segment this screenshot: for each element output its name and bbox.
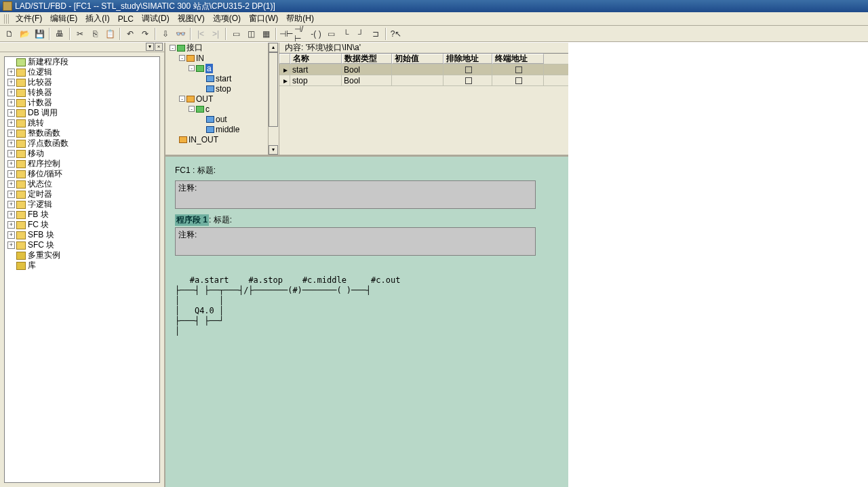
catalog-item[interactable]: +整数函数 [5, 128, 159, 138]
checkbox[interactable] [465, 77, 472, 84]
overview-button[interactable]: ▭ [229, 27, 243, 41]
col-name[interactable]: 名称 [290, 54, 342, 64]
expand-icon[interactable]: + [7, 221, 15, 229]
menu-file[interactable]: 文件(F) [12, 12, 46, 26]
branch-close-button[interactable]: ┘ [354, 27, 368, 41]
catalog-item[interactable]: +SFB 块 [5, 230, 159, 240]
checkbox[interactable] [465, 66, 472, 73]
expand-icon[interactable]: + [7, 180, 15, 188]
catalog-item[interactable]: +SFC 块 [5, 240, 159, 250]
expand-icon[interactable]: - [189, 65, 195, 71]
catalog-item[interactable]: +比较器 [5, 77, 159, 87]
cell-end[interactable] [492, 75, 544, 85]
expand-icon[interactable]: + [7, 170, 15, 178]
col-type[interactable]: 数据类型 [342, 54, 392, 64]
catalog-item[interactable]: +位逻辑 [5, 67, 159, 77]
cell-name[interactable]: start [290, 64, 342, 75]
expand-icon[interactable]: + [7, 140, 15, 147]
branch-open-button[interactable]: └ [339, 27, 353, 41]
undo-button[interactable]: ↶ [123, 27, 137, 41]
expand-icon[interactable]: + [7, 89, 15, 96]
contact-nc-button[interactable]: ⊣/⊢ [294, 27, 308, 41]
download-button[interactable]: ⇩ [159, 27, 172, 41]
scroll-thumb[interactable] [269, 52, 278, 127]
catalog-item[interactable]: +跳转 [5, 118, 159, 128]
expand-icon[interactable]: - [170, 45, 176, 51]
expand-icon[interactable]: + [7, 241, 15, 249]
interface-in-start[interactable]: start [216, 74, 231, 83]
cell-exclude[interactable] [443, 64, 492, 75]
catalog-item[interactable]: +转换器 [5, 87, 159, 98]
cell-end[interactable] [492, 64, 544, 75]
ladder-diagram[interactable]: #a.start #a.stop #c.middle #c.out ├───┤ … [175, 265, 559, 357]
expand-icon[interactable]: + [7, 130, 15, 137]
table-row[interactable]: ▸startBool [279, 64, 568, 75]
menu-window[interactable]: 窗口(W) [245, 12, 282, 26]
catalog-item[interactable]: +浮点数函数 [5, 138, 159, 149]
menu-debug[interactable]: 调试(D) [138, 12, 174, 26]
new-button[interactable]: 🗋 [3, 27, 16, 41]
interface-out-middle[interactable]: middle [216, 125, 239, 134]
redo-button[interactable]: ↷ [138, 27, 152, 41]
interface-out-out[interactable]: out [216, 115, 227, 124]
catalog-item[interactable]: +移动 [5, 149, 159, 159]
cell-name[interactable]: stop [290, 75, 342, 85]
nav-prev-button[interactable]: |< [194, 27, 208, 41]
menu-insert[interactable]: 插入(I) [81, 12, 113, 26]
expand-icon[interactable]: - [179, 55, 185, 61]
expand-icon[interactable]: + [7, 119, 15, 127]
col-end[interactable]: 终端地址 [492, 54, 544, 64]
segment-comment-box[interactable]: 注释: [175, 227, 536, 256]
print-button[interactable]: 🖶 [53, 27, 66, 41]
expand-icon[interactable]: + [7, 79, 15, 86]
catalog-item[interactable]: +计数器 [5, 98, 159, 108]
paste-button[interactable]: 📋 [103, 27, 117, 41]
box-button[interactable]: ▭ [324, 27, 338, 41]
interface-out[interactable]: OUT [196, 94, 213, 104]
catalog-item[interactable]: +DB 调用 [5, 108, 159, 118]
expand-icon[interactable]: + [7, 231, 15, 239]
catalog-item[interactable]: +FB 块 [5, 210, 159, 220]
catalog-dropdown-icon[interactable]: ▾ [146, 43, 154, 51]
menu-view[interactable]: 视图(V) [174, 12, 209, 26]
catalog-item[interactable]: +库 [5, 260, 159, 271]
cell-exclude[interactable] [443, 75, 492, 85]
scroll-up-icon[interactable]: ▴ [269, 43, 278, 52]
cut-button[interactable]: ✂ [73, 27, 87, 41]
checkbox[interactable] [515, 66, 522, 73]
expand-icon[interactable]: - [189, 106, 195, 112]
menu-plc[interactable]: PLC [114, 13, 138, 25]
catalog-item[interactable]: +字逻辑 [5, 199, 159, 210]
checkbox[interactable] [515, 77, 522, 84]
expand-icon[interactable]: + [7, 211, 15, 218]
segment-label[interactable]: 程序段 1 [175, 214, 209, 226]
cell-type[interactable]: Bool [342, 64, 392, 75]
expand-icon[interactable]: + [7, 150, 15, 157]
expand-icon[interactable]: + [7, 201, 15, 208]
copy-button[interactable]: ⎘ [88, 27, 102, 41]
variable-grid[interactable]: 名称 数据类型 初始值 排除地址 终端地址 ▸startBool▸stopBoo… [279, 54, 568, 155]
catalog-item[interactable]: +移位/循环 [5, 169, 159, 179]
table-row[interactable]: ▸stopBool [279, 75, 568, 86]
catalog-item[interactable]: +FC 块 [5, 220, 159, 230]
coil-button[interactable]: -( ) [309, 27, 323, 41]
open-button[interactable]: 📂 [18, 27, 31, 41]
contact-no-button[interactable]: ⊣⊢ [279, 27, 293, 41]
catalog-item[interactable]: +程序控制 [5, 159, 159, 169]
cell-init[interactable] [392, 75, 443, 85]
catalog-button[interactable]: ▦ [259, 27, 273, 41]
expand-icon[interactable]: + [7, 99, 15, 106]
connection-button[interactable]: ⊐ [369, 27, 382, 41]
expand-icon[interactable]: + [7, 69, 15, 76]
monitor-button[interactable]: 👓 [174, 27, 187, 41]
expand-icon[interactable]: + [7, 109, 15, 117]
menu-options[interactable]: 选项(O) [209, 12, 245, 26]
expand-icon[interactable]: + [7, 160, 15, 168]
catalog-item[interactable]: +多重实例 [5, 250, 159, 260]
col-exclude[interactable]: 排除地址 [443, 54, 492, 64]
interface-scrollbar[interactable]: ▴ ▾ [268, 43, 279, 155]
interface-out-c[interactable]: c [205, 104, 210, 114]
catalog-item[interactable]: +状态位 [5, 179, 159, 189]
catalog-item[interactable]: +定时器 [5, 189, 159, 199]
interface-in-stop[interactable]: stop [216, 84, 231, 94]
